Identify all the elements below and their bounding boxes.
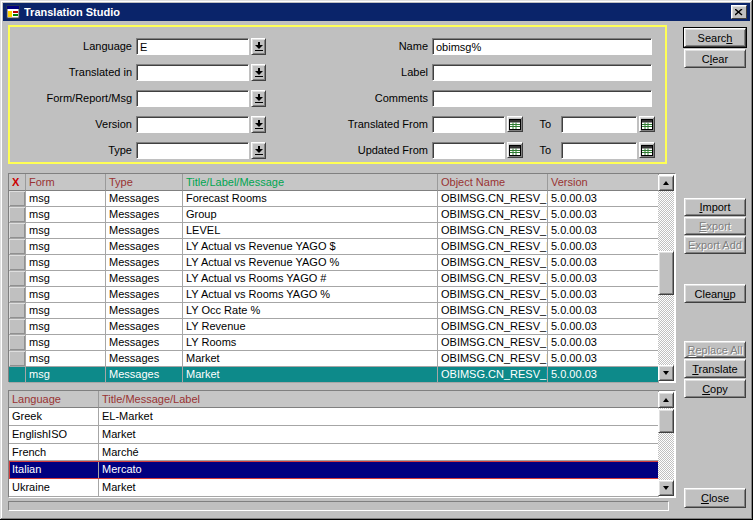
translated-in-input[interactable] [136, 64, 249, 81]
column-header-type: Type [106, 174, 183, 191]
scroll-down-button[interactable] [658, 480, 674, 496]
translated-to-calendar-button[interactable] [639, 116, 655, 132]
label-input[interactable] [432, 64, 652, 81]
cell-form: msg [26, 319, 106, 335]
table-row[interactable]: msgMessagesLY RoomsOBIMSG.CN_RESV_PACE5.… [9, 335, 659, 351]
cell-version: 5.0.00.03 [548, 287, 659, 303]
arrow-down-icon [663, 371, 669, 375]
cell-form: msg [26, 351, 106, 367]
cell-type: Messages [106, 319, 183, 335]
type-input[interactable] [136, 142, 249, 159]
updated-from-input[interactable] [432, 142, 505, 159]
cleanup-button[interactable]: Cleanup [684, 284, 746, 303]
cell-form: msg [26, 223, 106, 239]
type-dropdown-button[interactable] [251, 142, 266, 159]
scroll-up-button[interactable] [658, 175, 674, 191]
cell-version: 5.0.00.03 [548, 271, 659, 287]
copy-button[interactable]: Copy [684, 379, 746, 398]
translations-scrollbar[interactable] [658, 392, 674, 496]
cell-version: 5.0.00.03 [548, 367, 659, 383]
arrow-up-icon [663, 181, 669, 185]
cell-form: msg [26, 335, 106, 351]
cell-version: 5.0.00.03 [548, 351, 659, 367]
cell-x [9, 239, 26, 255]
updated-to-calendar-button[interactable] [639, 142, 655, 158]
label-label: Label [300, 64, 428, 81]
table-row[interactable]: msgMessagesGroupOBIMSG.CN_RESV_PACE5.0.0… [9, 207, 659, 223]
table-row-selected[interactable]: msgMessagesMarketOBIMSG.CN_RESV_PACE5.0.… [9, 367, 659, 383]
calendar-icon [641, 119, 653, 130]
translated-from-input[interactable] [432, 116, 505, 133]
table-row[interactable]: msgMessagesLY Actual vs Rooms YAGO #OBIM… [9, 271, 659, 287]
updated-from-calendar-button[interactable] [507, 142, 523, 158]
button-label: Replace All [687, 344, 742, 356]
cell-type: Messages [106, 351, 183, 367]
scroll-down-button[interactable] [658, 365, 674, 381]
table-row[interactable]: EnglishISOMarket [9, 426, 659, 444]
cell-type: Messages [106, 255, 183, 271]
cell-language: Greek [9, 408, 99, 426]
form-report-msg-dropdown-button[interactable] [251, 90, 266, 107]
cell-title: LY Revenue [183, 319, 438, 335]
translated-in-dropdown-button[interactable] [251, 64, 266, 81]
table-row[interactable]: msgMessagesMarketOBIMSG.CN_RESV_PACE5.0.… [9, 351, 659, 367]
cell-title: Market [99, 426, 659, 444]
table-row[interactable]: msgMessagesLEVELOBIMSG.CN_RESV_PACE5.0.0… [9, 223, 659, 239]
cell-version: 5.0.00.03 [548, 303, 659, 319]
cell-form: msg [26, 287, 106, 303]
table-row[interactable]: msgMessagesLY Occ Rate %OBIMSG.CN_RESV_P… [9, 303, 659, 319]
table-row[interactable]: UkraineMarket [9, 479, 659, 497]
cell-title: LY Actual vs Revenue YAGO $ [183, 239, 438, 255]
button-label: Cleanup [695, 288, 736, 300]
table-row[interactable]: msgMessagesLY Actual vs Revenue YAGO $OB… [9, 239, 659, 255]
table-row[interactable]: msgMessagesLY Actual vs Rooms YAGO %OBIM… [9, 287, 659, 303]
cell-title: LY Actual vs Rooms YAGO % [183, 287, 438, 303]
window-close-button[interactable] [731, 5, 747, 19]
cell-form: msg [26, 239, 106, 255]
search-button[interactable]: Search [684, 28, 746, 47]
export-add-button[interactable]: Export Add [684, 236, 746, 254]
cell-x [9, 335, 26, 351]
cell-x [9, 223, 26, 239]
cell-version: 5.0.00.03 [548, 207, 659, 223]
updated-to-label: To [527, 142, 551, 159]
translated-to-input[interactable] [561, 116, 637, 133]
table-row[interactable]: msgMessagesLY RevenueOBIMSG.CN_RESV_PACE… [9, 319, 659, 335]
table-row-selected[interactable]: ItalianMercato [9, 461, 659, 479]
close-button[interactable]: Close [684, 488, 746, 508]
table-row[interactable]: GreekEL-Market [9, 408, 659, 426]
name-input[interactable] [432, 38, 652, 55]
import-button[interactable]: Import [684, 198, 746, 216]
comments-input[interactable] [432, 90, 652, 107]
cell-version: 5.0.00.03 [548, 239, 659, 255]
column-header-object-name: Object Name [438, 174, 548, 191]
name-label: Name [300, 38, 428, 55]
clear-button[interactable]: Clear [684, 49, 746, 68]
translated-from-calendar-button[interactable] [507, 116, 523, 132]
replace-all-button[interactable]: Replace All [684, 341, 746, 358]
version-dropdown-button[interactable] [251, 116, 266, 133]
table-row[interactable]: FrenchMarché [9, 444, 659, 462]
export-button[interactable]: Export [684, 217, 746, 235]
version-input[interactable] [136, 116, 249, 133]
table-row[interactable]: msgMessagesForecast RoomsOBIMSG.CN_RESV_… [9, 191, 659, 207]
table-row[interactable]: msgMessagesLY Actual vs Revenue YAGO %OB… [9, 255, 659, 271]
translate-button[interactable]: Translate [684, 359, 746, 378]
cell-object: OBIMSG.CN_RESV_PACE [438, 223, 548, 239]
language-dropdown-button[interactable] [251, 38, 266, 55]
cell-x [9, 207, 26, 223]
results-scrollbar[interactable] [658, 175, 674, 381]
form-report-msg-input[interactable] [136, 90, 249, 107]
language-input[interactable] [136, 38, 249, 55]
updated-to-input[interactable] [561, 142, 637, 159]
cell-object: OBIMSG.CN_RESV_PACE [438, 303, 548, 319]
cell-version: 5.0.00.03 [548, 191, 659, 207]
scrollbar-thumb[interactable] [658, 409, 674, 433]
cell-title: Forecast Rooms [183, 191, 438, 207]
title-bar: Translation Studio [3, 3, 750, 21]
language-label: Language [10, 38, 132, 55]
scrollbar-thumb[interactable] [658, 251, 674, 295]
scroll-up-button[interactable] [658, 392, 674, 408]
cell-title: Mercato [99, 461, 659, 479]
cell-title: LEVEL [183, 223, 438, 239]
